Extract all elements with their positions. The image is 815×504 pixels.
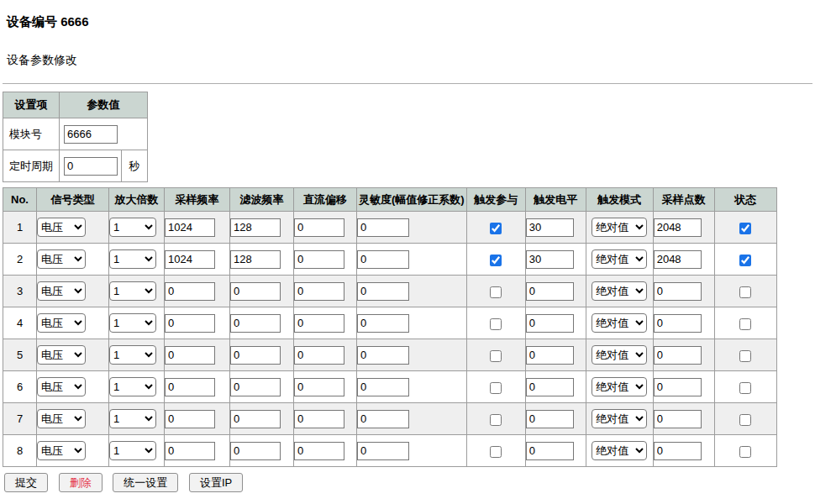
status-checkbox[interactable] bbox=[739, 414, 751, 426]
submit-button[interactable]: 提交 bbox=[4, 473, 48, 492]
status-checkbox[interactable] bbox=[739, 255, 751, 266]
gain-select[interactable]: 1 bbox=[109, 441, 156, 460]
dc-offset-input[interactable] bbox=[294, 378, 344, 396]
dc-offset-input[interactable] bbox=[294, 442, 344, 460]
status-checkbox[interactable] bbox=[739, 350, 751, 362]
signal-type-select[interactable]: 电压 bbox=[37, 281, 86, 301]
trigger-mode-select[interactable]: 绝对值 bbox=[592, 218, 647, 237]
filter-freq-input[interactable] bbox=[230, 346, 281, 365]
filter-freq-input[interactable] bbox=[230, 250, 281, 269]
sensitivity-input[interactable] bbox=[357, 410, 409, 428]
trigger-enabled-checkbox[interactable] bbox=[490, 446, 502, 458]
trigger-level-input[interactable] bbox=[526, 314, 574, 333]
status-checkbox[interactable] bbox=[739, 286, 751, 298]
sample-points-input[interactable] bbox=[654, 314, 702, 333]
trigger-enabled-checkbox[interactable] bbox=[490, 255, 502, 266]
status-checkbox[interactable] bbox=[739, 223, 751, 234]
dc-offset-input[interactable] bbox=[294, 282, 344, 301]
filter-freq-input[interactable] bbox=[230, 218, 281, 237]
sensitivity-input[interactable] bbox=[357, 250, 409, 269]
sensitivity-input[interactable] bbox=[357, 218, 409, 237]
gain-select[interactable]: 1 bbox=[109, 345, 156, 365]
sample-rate-input[interactable] bbox=[165, 378, 215, 396]
sample-points-input[interactable] bbox=[654, 282, 702, 301]
sample-points-input[interactable] bbox=[654, 378, 702, 396]
timer-period-label: 定时周期 bbox=[3, 150, 60, 182]
signal-type-select[interactable]: 电压 bbox=[37, 249, 86, 269]
sample-rate-input[interactable] bbox=[165, 410, 215, 428]
filter-freq-input[interactable] bbox=[230, 378, 281, 396]
sample-rate-input[interactable] bbox=[165, 250, 215, 269]
batch-set-button[interactable]: 统一设置 bbox=[113, 473, 178, 492]
sample-rate-input[interactable] bbox=[165, 314, 215, 333]
signal-type-select[interactable]: 电压 bbox=[37, 409, 86, 428]
status-checkbox[interactable] bbox=[739, 446, 751, 458]
timer-period-input[interactable] bbox=[64, 157, 118, 176]
trigger-mode-select[interactable]: 绝对值 bbox=[592, 249, 647, 269]
trigger-mode-select[interactable]: 绝对值 bbox=[592, 313, 647, 333]
trigger-mode-select[interactable]: 绝对值 bbox=[592, 377, 647, 396]
sensitivity-input[interactable] bbox=[357, 282, 409, 301]
dc-offset-input[interactable] bbox=[294, 314, 344, 333]
trigger-mode-select[interactable]: 绝对值 bbox=[592, 441, 647, 460]
trigger-level-input[interactable] bbox=[526, 442, 574, 460]
signal-type-select[interactable]: 电压 bbox=[37, 345, 86, 365]
signal-type-select[interactable]: 电压 bbox=[37, 218, 86, 237]
gain-select[interactable]: 1 bbox=[109, 218, 156, 237]
signal-type-select[interactable]: 电压 bbox=[37, 377, 86, 396]
signal-type-select[interactable]: 电压 bbox=[37, 441, 86, 460]
sample-rate-input[interactable] bbox=[165, 282, 215, 301]
gain-select[interactable]: 1 bbox=[109, 281, 156, 301]
sensitivity-input[interactable] bbox=[357, 442, 409, 460]
dc-offset-input[interactable] bbox=[294, 410, 344, 428]
signal-type-select[interactable]: 电压 bbox=[37, 313, 86, 333]
module-number-input[interactable] bbox=[64, 125, 118, 144]
sample-points-input[interactable] bbox=[654, 250, 702, 269]
filter-freq-input[interactable] bbox=[230, 314, 281, 333]
trigger-level-input[interactable] bbox=[526, 218, 574, 237]
trigger-mode-select[interactable]: 绝对值 bbox=[592, 281, 647, 301]
trigger-enabled-checkbox[interactable] bbox=[490, 414, 502, 426]
filter-freq-input[interactable] bbox=[230, 410, 281, 428]
delete-button[interactable]: 删除 bbox=[59, 473, 103, 492]
status-checkbox[interactable] bbox=[739, 382, 751, 394]
trigger-level-input[interactable] bbox=[526, 410, 574, 428]
sample-rate-input[interactable] bbox=[165, 346, 215, 365]
status-checkbox[interactable] bbox=[739, 318, 751, 330]
trigger-level-input[interactable] bbox=[526, 250, 574, 269]
params-col-header: 触发电平 bbox=[525, 188, 586, 212]
gain-select[interactable]: 1 bbox=[109, 377, 156, 396]
dc-offset-input[interactable] bbox=[294, 218, 344, 237]
trigger-mode-select[interactable]: 绝对值 bbox=[592, 409, 647, 428]
set-ip-button[interactable]: 设置IP bbox=[189, 473, 243, 492]
row-number: 5 bbox=[3, 339, 37, 371]
sample-points-input[interactable] bbox=[654, 410, 702, 428]
settings-table: 设置项 参数值 模块号 定时周期 秒 bbox=[3, 92, 148, 182]
dc-offset-input[interactable] bbox=[294, 346, 344, 365]
trigger-level-input[interactable] bbox=[526, 378, 574, 396]
trigger-enabled-checkbox[interactable] bbox=[490, 350, 502, 362]
gain-select[interactable]: 1 bbox=[109, 313, 156, 333]
gain-select[interactable]: 1 bbox=[109, 249, 156, 269]
sample-rate-input[interactable] bbox=[165, 218, 215, 237]
sensitivity-input[interactable] bbox=[357, 314, 409, 333]
filter-freq-input[interactable] bbox=[230, 442, 281, 460]
trigger-level-input[interactable] bbox=[526, 346, 574, 365]
sample-points-input[interactable] bbox=[654, 218, 702, 237]
trigger-level-input[interactable] bbox=[526, 282, 574, 301]
trigger-enabled-checkbox[interactable] bbox=[490, 318, 502, 330]
sample-rate-input[interactable] bbox=[165, 442, 215, 460]
trigger-enabled-checkbox[interactable] bbox=[490, 286, 502, 298]
sample-points-input[interactable] bbox=[654, 346, 702, 365]
dc-offset-input[interactable] bbox=[294, 250, 344, 269]
sample-points-input[interactable] bbox=[654, 442, 702, 460]
sensitivity-input[interactable] bbox=[357, 346, 409, 365]
filter-freq-input[interactable] bbox=[230, 282, 281, 301]
trigger-mode-select[interactable]: 绝对值 bbox=[592, 345, 647, 365]
sensitivity-input[interactable] bbox=[357, 378, 409, 396]
trigger-enabled-checkbox[interactable] bbox=[490, 223, 502, 234]
action-bar: 提交 删除 统一设置 设置IP bbox=[3, 473, 812, 492]
trigger-enabled-checkbox[interactable] bbox=[490, 382, 502, 394]
table-row: 6电压1绝对值 bbox=[3, 371, 777, 403]
gain-select[interactable]: 1 bbox=[109, 409, 156, 428]
